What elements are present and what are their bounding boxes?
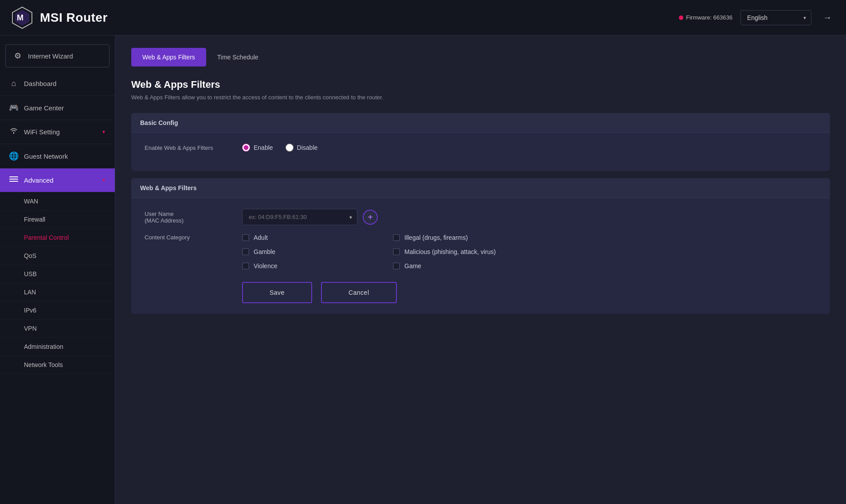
filters-section: Web & Apps Filters User Name(MAC Address… bbox=[131, 178, 830, 314]
sidebar-item-label: Game Center bbox=[24, 104, 64, 112]
main-content: Web & Apps Filters Time Schedule Web & A… bbox=[115, 35, 846, 504]
sidebar-sub-item-ipv6[interactable]: IPv6 bbox=[0, 301, 115, 320]
sidebar-sub-item-lan[interactable]: LAN bbox=[0, 283, 115, 301]
enable-disable-radio-group: Enable Disable bbox=[242, 144, 317, 152]
sidebar-sub-item-vpn[interactable]: VPN bbox=[0, 320, 115, 338]
mac-address-row: User Name(MAC Address) + bbox=[145, 209, 817, 225]
msi-logo-icon: M bbox=[11, 6, 34, 29]
sidebar-sub-item-firewall[interactable]: Firewall bbox=[0, 211, 115, 229]
action-row: Save Cancel bbox=[145, 282, 817, 303]
sidebar-item-internet-wizard[interactable]: ⚙ Internet Wizard bbox=[5, 44, 110, 67]
sidebar-sub-menu: WAN Firewall Parental Control QoS USB LA… bbox=[0, 192, 115, 374]
violence-checkbox-label[interactable]: Violence bbox=[242, 262, 357, 270]
mac-input-wrap bbox=[242, 209, 357, 225]
advanced-icon bbox=[9, 176, 19, 185]
illegal-checkbox-label[interactable]: Illegal (drugs, firearms) bbox=[393, 234, 496, 241]
sidebar-item-game-center[interactable]: 🎮 Game Center bbox=[0, 96, 115, 120]
sidebar-sub-item-qos[interactable]: QoS bbox=[0, 247, 115, 265]
firmware-status-dot bbox=[679, 16, 683, 20]
adult-checkbox[interactable] bbox=[242, 234, 249, 241]
enable-filters-row: Enable Web & Apps Filters Enable Disable bbox=[145, 144, 817, 152]
filters-section-header: Web & Apps Filters bbox=[131, 178, 830, 198]
sidebar-item-wifi-setting[interactable]: WiFi Setting ▼ bbox=[0, 120, 115, 144]
tab-time-schedule[interactable]: Time Schedule bbox=[206, 48, 270, 66]
sidebar-sub-item-administration[interactable]: Administration bbox=[0, 338, 115, 356]
tab-bar: Web & Apps Filters Time Schedule bbox=[131, 48, 830, 66]
content-category-checkboxes: Adult Illegal (drugs, firearms) Gamble bbox=[242, 234, 496, 270]
language-selector-wrap[interactable]: English Chinese Japanese bbox=[740, 10, 811, 25]
violence-checkbox[interactable] bbox=[242, 262, 249, 270]
basic-config-body: Enable Web & Apps Filters Enable Disable bbox=[131, 133, 830, 171]
page-description: Web & Apps Filters allow you to restrict… bbox=[131, 94, 830, 101]
basic-config-section: Basic Config Enable Web & Apps Filters E… bbox=[131, 113, 830, 171]
gamble-checkbox[interactable] bbox=[242, 248, 249, 255]
sidebar-item-label: Internet Wizard bbox=[28, 52, 73, 60]
sidebar: ⚙ Internet Wizard ⌂ Dashboard 🎮 Game Cen… bbox=[0, 35, 115, 504]
content-category-row: Content Category Adult Illegal (drugs, f… bbox=[145, 234, 817, 270]
mac-input-row: + bbox=[242, 209, 378, 225]
malicious-checkbox[interactable] bbox=[393, 248, 400, 255]
svg-rect-4 bbox=[9, 179, 18, 180]
svg-text:M: M bbox=[17, 13, 24, 22]
enable-radio-label[interactable]: Enable bbox=[242, 144, 273, 152]
sidebar-item-label: Guest Network bbox=[24, 152, 68, 160]
content-category-label: Content Category bbox=[145, 234, 233, 241]
header-right: Firmware: 663636 English Chinese Japanes… bbox=[679, 10, 835, 25]
home-icon: ⌂ bbox=[9, 79, 19, 88]
logout-button[interactable]: → bbox=[819, 11, 835, 24]
filters-section-body: User Name(MAC Address) + Content Categor… bbox=[131, 198, 830, 314]
mac-address-input[interactable] bbox=[242, 209, 357, 225]
page-title: Web & Apps Filters bbox=[131, 79, 830, 90]
basic-config-header: Basic Config bbox=[131, 113, 830, 133]
disable-radio-input[interactable] bbox=[286, 144, 294, 152]
logo-area: M MSI Router bbox=[11, 6, 679, 29]
svg-rect-3 bbox=[9, 176, 18, 177]
username-mac-label: User Name(MAC Address) bbox=[145, 211, 233, 224]
gear-icon: ⚙ bbox=[13, 51, 23, 61]
header: M MSI Router Firmware: 663636 English Ch… bbox=[0, 0, 846, 35]
save-button[interactable]: Save bbox=[242, 282, 312, 303]
wifi-icon bbox=[9, 127, 19, 137]
sidebar-item-label: Dashboard bbox=[24, 80, 56, 87]
layout: ⚙ Internet Wizard ⌂ Dashboard 🎮 Game Cen… bbox=[0, 35, 846, 504]
adult-checkbox-label[interactable]: Adult bbox=[242, 234, 357, 241]
sidebar-sub-item-usb[interactable]: USB bbox=[0, 265, 115, 283]
game-checkbox[interactable] bbox=[393, 262, 400, 270]
enable-radio-input[interactable] bbox=[242, 144, 250, 152]
gamble-checkbox-label[interactable]: Gamble bbox=[242, 248, 357, 255]
sidebar-item-dashboard[interactable]: ⌂ Dashboard bbox=[0, 72, 115, 96]
gamepad-icon: 🎮 bbox=[9, 103, 19, 113]
sidebar-item-label: Advanced bbox=[24, 176, 54, 184]
chevron-down-icon: ▼ bbox=[102, 129, 106, 134]
illegal-checkbox[interactable] bbox=[393, 234, 400, 241]
firmware-badge: Firmware: 663636 bbox=[679, 14, 732, 21]
language-select[interactable]: English Chinese Japanese bbox=[740, 10, 811, 25]
game-checkbox-label[interactable]: Game bbox=[393, 262, 496, 270]
disable-radio-label[interactable]: Disable bbox=[286, 144, 318, 152]
globe-icon: 🌐 bbox=[9, 151, 19, 161]
add-mac-button[interactable]: + bbox=[363, 210, 378, 225]
sidebar-item-guest-network[interactable]: 🌐 Guest Network bbox=[0, 144, 115, 168]
app-title: MSI Router bbox=[40, 11, 108, 25]
chevron-down-icon: ▼ bbox=[102, 178, 106, 183]
sidebar-item-label: WiFi Setting bbox=[24, 128, 60, 136]
svg-rect-5 bbox=[9, 181, 18, 182]
sidebar-sub-item-wan[interactable]: WAN bbox=[0, 192, 115, 211]
tab-web-apps-filters[interactable]: Web & Apps Filters bbox=[131, 48, 206, 66]
sidebar-sub-item-network-tools[interactable]: Network Tools bbox=[0, 356, 115, 374]
cancel-button[interactable]: Cancel bbox=[321, 282, 397, 303]
sidebar-item-advanced[interactable]: Advanced ▼ bbox=[0, 168, 115, 192]
enable-filters-label: Enable Web & Apps Filters bbox=[145, 145, 233, 151]
malicious-checkbox-label[interactable]: Malicious (phishing, attack, virus) bbox=[393, 248, 496, 255]
firmware-label: Firmware: 663636 bbox=[686, 14, 732, 21]
sidebar-sub-item-parental-control[interactable]: Parental Control bbox=[0, 229, 115, 247]
